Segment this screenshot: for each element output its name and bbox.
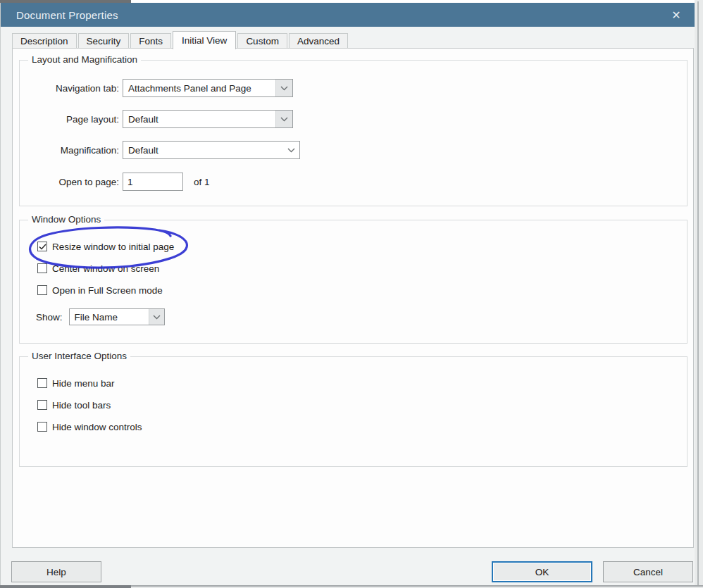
tab-security[interactable]: Security	[78, 33, 130, 49]
background-strip-right	[695, 0, 703, 588]
group-legend: Layout and Magnification	[28, 54, 141, 65]
background-edge-line-right	[697, 1, 699, 588]
show-label: Show:	[36, 312, 63, 323]
hide-tool-bars-checkbox[interactable]	[37, 400, 47, 410]
navigation-tab-label: Navigation tab:	[20, 83, 119, 94]
center-window-label: Center window on screen	[52, 263, 159, 274]
center-window-row: Center window on screen	[37, 263, 159, 274]
page-layout-select[interactable]: Default	[123, 110, 293, 128]
magnification-select[interactable]: Default	[123, 141, 300, 159]
resize-window-row: Resize window to initial page	[37, 241, 174, 252]
tab-description[interactable]: Description	[12, 33, 77, 49]
hide-tool-bars-label: Hide tool bars	[52, 400, 111, 411]
full-screen-row: Open in Full Screen mode	[37, 284, 163, 296]
resize-window-checkbox[interactable]	[37, 242, 47, 251]
group-layout-and-magnification: Layout and Magnification Navigation tab:…	[19, 60, 688, 206]
titlebar: Document Properties ✕	[1, 3, 695, 27]
magnification-row: Magnification: Default	[20, 141, 300, 159]
group-legend: Window Options	[28, 214, 104, 225]
magnification-label: Magnification:	[20, 145, 119, 156]
magnification-value: Default	[123, 145, 158, 156]
page-layout-label: Page layout:	[20, 114, 119, 125]
show-row: Show: File Name	[36, 308, 165, 325]
navigation-tab-row: Navigation tab: Attachments Panel and Pa…	[20, 79, 293, 97]
chevron-down-icon	[149, 309, 164, 325]
hide-menu-bar-row: Hide menu bar	[37, 377, 115, 389]
open-to-page-row: Open to page: of 1	[20, 173, 210, 191]
show-select[interactable]: File Name	[69, 308, 165, 325]
chevron-down-icon	[275, 80, 292, 96]
tab-fonts[interactable]: Fonts	[130, 33, 171, 49]
screenshot-root: Document Properties ✕ Description Securi…	[0, 0, 703, 588]
tab-initial-view[interactable]: Initial View	[173, 31, 236, 49]
close-icon[interactable]: ✕	[666, 3, 686, 27]
tab-bar: Description Security Fonts Initial View …	[12, 30, 349, 49]
full-screen-checkbox[interactable]	[37, 285, 47, 295]
hide-tool-bars-row: Hide tool bars	[37, 399, 111, 411]
resize-window-label: Resize window to initial page	[52, 242, 174, 252]
open-to-page-label: Open to page:	[20, 177, 119, 187]
center-window-checkbox[interactable]	[37, 263, 47, 273]
tab-advanced[interactable]: Advanced	[289, 33, 348, 49]
chevron-down-icon	[282, 142, 299, 158]
tab-panel-initial-view: Layout and Magnification Navigation tab:…	[12, 48, 694, 548]
tab-custom[interactable]: Custom	[237, 33, 287, 49]
show-value: File Name	[70, 312, 118, 323]
navigation-tab-select[interactable]: Attachments Panel and Page	[123, 79, 293, 97]
navigation-tab-value: Attachments Panel and Page	[123, 83, 251, 94]
dialog-title: Document Properties	[16, 9, 118, 21]
check-icon	[39, 244, 46, 250]
hide-menu-bar-checkbox[interactable]	[37, 378, 47, 388]
page-layout-value: Default	[123, 114, 158, 125]
group-user-interface-options: User Interface Options Hide menu bar Hid…	[19, 356, 688, 467]
group-window-options: Window Options Resize window to initial …	[19, 220, 688, 344]
group-legend: User Interface Options	[28, 351, 130, 361]
open-to-page-input[interactable]	[123, 173, 183, 191]
page-count-text: of 1	[194, 177, 210, 187]
page-layout-row: Page layout: Default	[20, 110, 293, 128]
cancel-button[interactable]: Cancel	[603, 561, 693, 582]
ok-button[interactable]: OK	[492, 561, 592, 582]
hide-menu-bar-label: Hide menu bar	[52, 378, 115, 389]
hide-window-controls-checkbox[interactable]	[37, 422, 47, 432]
hide-window-controls-label: Hide window controls	[52, 422, 142, 432]
hide-window-controls-row: Hide window controls	[37, 421, 142, 432]
help-button[interactable]: Help	[11, 561, 101, 582]
chevron-down-icon	[275, 111, 292, 127]
document-properties-dialog: Document Properties ✕ Description Securi…	[0, 3, 695, 585]
full-screen-label: Open in Full Screen mode	[52, 285, 163, 296]
